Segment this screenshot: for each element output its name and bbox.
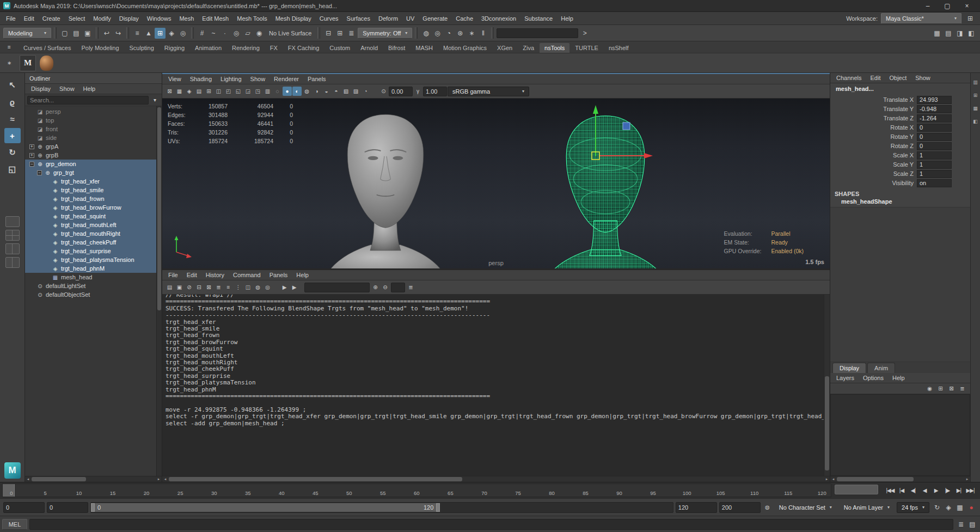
step-back-key-button[interactable]: ◀| (908, 485, 918, 496)
open-scene-icon[interactable]: ▤ (71, 28, 82, 39)
shelf-tab[interactable]: Rendering (227, 43, 265, 53)
character-set-selector[interactable]: No Character Set ▾ (774, 502, 837, 513)
zoom-out-icon[interactable]: ⊖ (381, 283, 390, 292)
script-search-field[interactable] (307, 284, 367, 291)
range-slider[interactable]: 0 120 (90, 502, 673, 513)
expand-collapse-icon[interactable] (29, 109, 34, 114)
create-empty-layer-icon[interactable]: ⊞ (936, 384, 945, 393)
expand-collapse-icon[interactable] (45, 249, 50, 254)
snap-to-grids-icon[interactable]: # (197, 28, 207, 39)
outliner-menu-item[interactable]: Display (27, 85, 54, 93)
maximize-button[interactable]: ▢ (938, 1, 957, 11)
command-input[interactable] (32, 521, 951, 528)
step-forward-key-button[interactable]: |▶ (942, 485, 953, 496)
menu-item[interactable]: 3Dconnexion (477, 14, 520, 23)
outliner-node[interactable]: ◪ top (25, 116, 156, 125)
scroll-left-icon[interactable]: ◂ (162, 476, 168, 482)
open-script-editor-icon[interactable]: ▤ (967, 519, 978, 530)
show-stack-trace-icon[interactable]: ⋮ (234, 283, 243, 292)
playback-end-field[interactable]: 120 (676, 502, 717, 513)
multisample-icon[interactable]: ▧ (341, 87, 351, 96)
channel-box-object-name[interactable]: mesh_head... (830, 83, 970, 94)
paint-select-tool[interactable]: ≈ (4, 111, 21, 126)
scrollbar-thumb[interactable] (837, 477, 914, 481)
viewport-menu-item[interactable]: View (164, 75, 185, 83)
shelf-tab[interactable]: MASH (411, 43, 438, 53)
exposure-field[interactable]: 0.00 (389, 87, 413, 96)
execute-all-icon[interactable]: ▶ (280, 283, 289, 292)
open-script-icon[interactable]: ▤ (165, 283, 174, 292)
outliner-node[interactable]: ◈ trgt_head_mouthRight (25, 229, 156, 238)
script-editor-output[interactable]: // Result: wrap1 //=====================… (162, 295, 824, 476)
channel-value-field[interactable]: 1 (917, 151, 952, 160)
show-channel-box-icon[interactable]: ◧ (966, 28, 977, 39)
channel-name[interactable]: Scale Y (893, 161, 914, 168)
shelf-tab[interactable]: Motion Graphics (438, 43, 492, 53)
outliner-node[interactable]: ⊙ defaultLightSet (25, 282, 156, 290)
channel-value-field[interactable]: -1.264 (917, 114, 952, 123)
symmetry-selector[interactable]: Symmetry: Off ▾ (358, 28, 412, 39)
lasso-select-tool[interactable]: ϱ (4, 94, 21, 109)
viewport-menu-item[interactable]: Show (247, 75, 270, 83)
manipulator-x-arrowhead[interactable] (644, 153, 653, 158)
snap-to-curves-icon[interactable]: ~ (208, 28, 219, 39)
manipulator-y-arrowhead[interactable] (593, 105, 598, 114)
menu-item[interactable]: Modify (89, 14, 114, 23)
select-hierarchy-icon[interactable]: ≡ (132, 28, 143, 39)
snap-to-projected-center-icon[interactable]: ◎ (231, 28, 242, 39)
outliner-node[interactable]: + ⊕ grpA (25, 142, 156, 151)
script-editor-menu-item[interactable]: Help (292, 271, 313, 279)
outliner-menu-item[interactable]: Show (56, 85, 78, 93)
expand-collapse-icon[interactable] (45, 231, 50, 236)
scrollbar-thumb[interactable] (169, 477, 462, 481)
animation-start-field[interactable]: 0 (3, 502, 45, 513)
wireframe-icon[interactable]: ◌ (273, 87, 282, 96)
scroll-right-icon[interactable]: ▸ (824, 476, 830, 482)
channel-value-field[interactable]: 0 (917, 124, 952, 132)
expand-collapse-icon[interactable]: + (29, 144, 34, 149)
shelf-tab[interactable]: Curves / Surfaces (19, 43, 76, 53)
shelf-tab[interactable]: FX (265, 43, 283, 53)
menu-item[interactable]: Mesh (175, 14, 198, 23)
outliner-node[interactable]: ◈ trgt_head_surprise (25, 247, 156, 255)
channel-value-field[interactable]: 24.993 (917, 96, 952, 104)
motion-blur-icon[interactable]: ◓ (332, 87, 341, 96)
paint-effects-icon[interactable]: ∗ (466, 28, 477, 39)
outliner-node[interactable]: ◈ trgt_head_smile (25, 186, 156, 194)
range-end-handle[interactable] (436, 503, 440, 512)
layer-menu-item[interactable]: Options (859, 374, 887, 382)
outliner-node[interactable]: ◈ trgt_head_platysmaTension (25, 255, 156, 264)
isolate-select-icon[interactable]: ◔ (361, 87, 370, 96)
script-editor-menu-item[interactable]: Panels (266, 271, 292, 279)
resolution-gate-icon[interactable]: ◰ (224, 87, 233, 96)
range-start-handle[interactable] (91, 503, 95, 512)
channel-box-horizontal-scrollbar[interactable]: ◂ ▸ (830, 476, 970, 482)
menu-item[interactable]: Deform (375, 14, 402, 23)
shelf-item-nstools-m[interactable]: M (20, 55, 36, 71)
channel-name[interactable]: Scale Z (893, 170, 914, 177)
channel-value-field[interactable]: -0.948 (917, 105, 952, 113)
quick-selection-field[interactable] (499, 30, 575, 36)
channel-box-menu-item[interactable]: Object (885, 74, 910, 82)
expand-collapse-icon[interactable] (45, 240, 50, 245)
channel-value-field[interactable]: on (917, 179, 952, 187)
gamma-field[interactable]: 1.00 (423, 87, 447, 96)
redo-icon[interactable]: ↪ (113, 28, 124, 39)
shelf-tab[interactable]: nsShelf (604, 43, 634, 53)
attribute-editor-tab-icon[interactable]: ▥ (972, 78, 979, 86)
select-object-mode-icon[interactable]: ▲ (143, 28, 154, 39)
safe-action-icon[interactable]: ◳ (253, 87, 262, 96)
execute-icon[interactable]: ▶ (290, 283, 299, 292)
view-grid-icon[interactable]: ⊞ (204, 87, 213, 96)
show-attribute-editor-icon[interactable]: ◨ (954, 28, 965, 39)
outliner-node[interactable]: ◈ trgt_head_cheekPuff (25, 238, 156, 247)
shelf-tab[interactable]: FX Caching (283, 43, 324, 53)
outliner-node[interactable]: ◪ side (25, 133, 156, 142)
echo-all-commands-icon[interactable]: ≣ (214, 283, 223, 292)
gate-mask-icon[interactable]: ◱ (234, 87, 243, 96)
new-scene-icon[interactable]: ▢ (59, 28, 70, 39)
image-plane-icon[interactable]: ▤ (194, 87, 204, 96)
layer-editor-tab[interactable]: Display (832, 363, 866, 373)
expand-collapse-icon[interactable] (45, 179, 50, 184)
scroll-left-icon[interactable]: ◂ (830, 476, 836, 482)
